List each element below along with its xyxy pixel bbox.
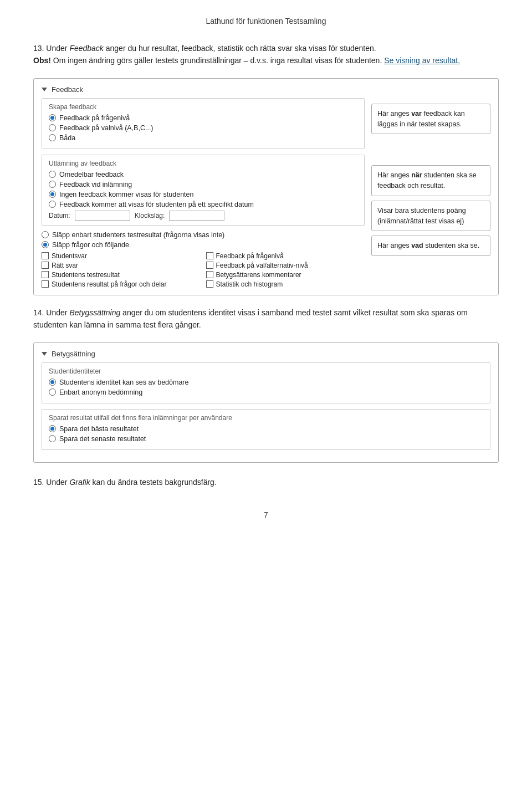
checkbox-grid: Studentsvar Feedback på frågenivå Rätt s… xyxy=(42,252,365,288)
section14-number: 14. xyxy=(33,308,44,317)
radio-bada-label: Båda xyxy=(59,134,75,142)
triangle-icon-betyg xyxy=(42,352,47,356)
radio-bada-button[interactable] xyxy=(49,134,56,141)
radio-basta-option[interactable]: Spara det bästa resultatet xyxy=(49,425,483,433)
checkbox-betygsattarens-box[interactable] xyxy=(206,271,213,278)
checkbox-testresultat[interactable]: Studentens testresultat xyxy=(42,271,201,279)
callout4-text: Här anges xyxy=(377,242,411,249)
utlamning-label: Utlämning av feedback xyxy=(49,160,357,167)
radio-fraga-option[interactable]: Feedback på frågenivå xyxy=(49,114,357,122)
checkbox-studentsvar-label: Studentsvar xyxy=(52,252,87,260)
section13-obs: Obs! xyxy=(33,56,51,65)
radio-vid-inlamning-option[interactable]: Feedback vid inlämning xyxy=(49,181,357,188)
radio-vid-inlamning-label: Feedback vid inlämning xyxy=(59,181,132,188)
section13-obs-rest: Om ingen ändring görs gäller testets gru… xyxy=(53,56,382,65)
checkbox-feedback-fraga-box[interactable] xyxy=(206,252,213,259)
section14-intro-text: Under xyxy=(46,308,69,317)
radio-senaste-label: Spara det senaste resultatet xyxy=(59,435,146,443)
skapa-feedback-subsection: Skapa feedback Feedback på frågenivå Fee… xyxy=(42,98,365,149)
radio-identitet-button[interactable] xyxy=(49,379,56,386)
section15-text: Under xyxy=(46,478,69,487)
checkbox-resultat-fragor-label: Studentens resultat på frågor och delar xyxy=(52,280,166,288)
datum-label: Datum: xyxy=(49,212,70,219)
callout4-rest: studenten ska se. xyxy=(423,242,479,249)
radio-omedelbar-label: Omedelbar feedback xyxy=(59,171,124,178)
radio-anonym-button[interactable] xyxy=(49,388,56,396)
section15-number: 15. xyxy=(33,478,44,487)
radio-basta-button[interactable] xyxy=(49,425,56,432)
checkbox-statistik-label: Statistik och histogram xyxy=(216,280,283,288)
radio-datum-option[interactable]: Feedback kommer att visas för studenten … xyxy=(49,201,357,208)
section15-rest: kan du ändra testets bakgrundsfärg. xyxy=(90,478,217,487)
radio-ingen-label: Ingen feedback kommer visas för studente… xyxy=(59,191,194,198)
triangle-icon xyxy=(42,88,47,91)
radio-identitet-option[interactable]: Studentens identitet kan ses av bedömare xyxy=(49,379,483,386)
section15-italic: Grafik xyxy=(69,478,90,487)
radio-identitet-label: Studentens identitet kan ses av bedömare xyxy=(59,379,188,386)
checkbox-studentsvar-box[interactable] xyxy=(42,252,49,259)
checkbox-resultat-fragor-box[interactable] xyxy=(42,280,49,288)
section13-intro-italic: Feedback xyxy=(69,44,103,53)
radio-basta-label: Spara det bästa resultatet xyxy=(59,425,139,433)
datum-input[interactable] xyxy=(75,211,130,221)
checkbox-ratt-svar-label: Rätt svar xyxy=(52,262,78,269)
radio-senaste-button[interactable] xyxy=(49,435,56,442)
radio-slapp-enbart-option[interactable]: Släpp enbart studenters testresultat (fr… xyxy=(42,231,365,239)
radio-ingen-button[interactable] xyxy=(49,191,56,198)
feedback-ui-box: Feedback Skapa feedback Feedback på fråg… xyxy=(33,78,499,295)
callout2-bold: när xyxy=(411,171,422,179)
section13-number: 13. xyxy=(33,44,44,53)
section13-intro-text: Under xyxy=(46,44,69,53)
checkbox-ratt-svar-box[interactable] xyxy=(42,262,49,269)
checkbox-ratt-svar[interactable]: Rätt svar xyxy=(42,262,201,269)
radio-fraga-label: Feedback på frågenivå xyxy=(59,114,130,122)
radio-bada-option[interactable]: Båda xyxy=(49,134,357,142)
radio-valniva-button[interactable] xyxy=(49,124,56,131)
klockslag-label: Klockslag: xyxy=(135,212,165,219)
radio-slapp-enbart-button[interactable] xyxy=(42,231,49,238)
klockslag-input[interactable] xyxy=(169,211,224,221)
skapa-feedback-label: Skapa feedback xyxy=(49,103,357,111)
checkbox-feedback-val-label: Feedback på val/alternativ-nivå xyxy=(216,262,308,269)
radio-anonym-option[interactable]: Enbart anonym bedömning xyxy=(49,388,483,396)
callout2-text: Här anges xyxy=(377,171,411,179)
section13-link[interactable]: Se visning av resultat. xyxy=(384,56,460,65)
checkbox-statistik[interactable]: Statistik och histogram xyxy=(206,280,365,288)
checkbox-resultat-fragor[interactable]: Studentens resultat på frågor och delar xyxy=(42,280,201,288)
studentidentiteter-subsection: Studentidentiteter Studentens identitet … xyxy=(42,362,490,403)
checkbox-betygsattarens[interactable]: Betygsättarens kommentarer xyxy=(206,271,365,279)
sparat-label: Sparat resultat utifall det finns flera … xyxy=(49,414,483,422)
checkbox-feedback-val[interactable]: Feedback på val/alternativ-nivå xyxy=(206,262,365,269)
sparat-subsection: Sparat resultat utifall det finns flera … xyxy=(42,409,490,450)
checkbox-testresultat-label: Studentens testresultat xyxy=(52,271,120,279)
radio-fraga-button[interactable] xyxy=(49,114,56,121)
checkbox-statistik-box[interactable] xyxy=(206,280,213,288)
checkbox-feedback-val-box[interactable] xyxy=(206,262,213,269)
radio-slapp-fragor-button[interactable] xyxy=(42,241,49,248)
radio-slapp-fragor-option[interactable]: Släpp frågor och följande xyxy=(42,241,365,249)
radio-valniva-option[interactable]: Feedback på valnivå (A,B,C...) xyxy=(49,124,357,132)
callout1-text: Här anges xyxy=(377,110,411,117)
section13-intro: 13. Under Feedback anger du hur resultat… xyxy=(33,42,499,67)
radio-ingen-option[interactable]: Ingen feedback kommer visas för studente… xyxy=(49,191,357,198)
checkbox-studentsvar[interactable]: Studentsvar xyxy=(42,252,201,260)
utlamning-subsection: Utlämning av feedback Omedelbar feedback… xyxy=(42,155,365,226)
radio-datum-button[interactable] xyxy=(49,201,56,208)
callout4-box: Här anges vad studenten ska se. xyxy=(371,236,490,256)
radio-omedelbar-option[interactable]: Omedelbar feedback xyxy=(49,171,357,178)
date-row: Datum: Klockslag: xyxy=(49,211,357,221)
radio-vid-inlamning-button[interactable] xyxy=(49,181,56,188)
radio-anonym-label: Enbart anonym bedömning xyxy=(59,388,142,396)
radio-valniva-label: Feedback på valnivå (A,B,C...) xyxy=(59,124,154,132)
checkbox-testresultat-box[interactable] xyxy=(42,271,49,278)
callout1-bold: var xyxy=(411,110,422,117)
page-title: Lathund för funktionen Testsamling xyxy=(33,17,499,25)
checkbox-feedback-fraga-label: Feedback på frågenivå xyxy=(216,252,284,260)
callout3-box: Visar bara studentens poäng (inlämnat/rä… xyxy=(371,201,490,232)
callout1-box: Här anges var feedback kan läggas in när… xyxy=(371,104,490,135)
radio-senaste-option[interactable]: Spara det senaste resultatet xyxy=(49,435,483,443)
radio-omedelbar-button[interactable] xyxy=(49,171,56,178)
callout4-bold: vad xyxy=(411,242,423,249)
section14-intro-italic: Betygssättning xyxy=(69,308,120,317)
checkbox-feedback-fraga[interactable]: Feedback på frågenivå xyxy=(206,252,365,260)
